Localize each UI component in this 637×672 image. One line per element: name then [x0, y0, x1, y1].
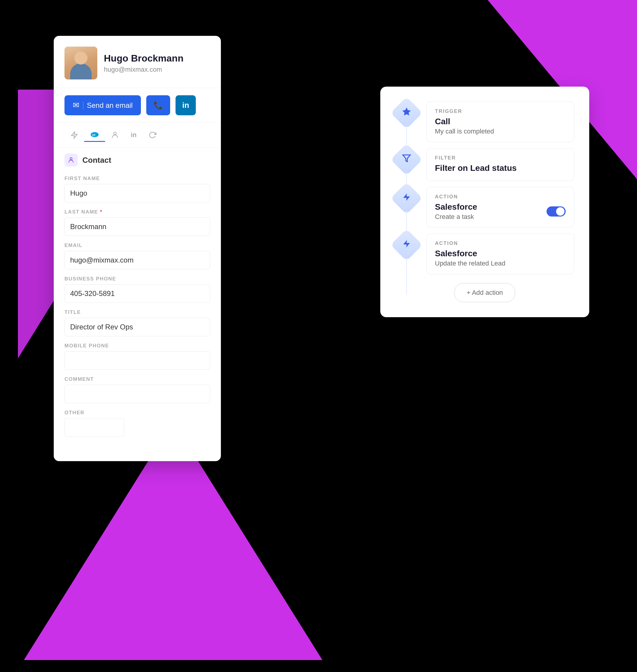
- field-email: EMAIL: [65, 243, 210, 269]
- svg-marker-8: [403, 240, 410, 248]
- linkedin-button[interactable]: in: [176, 95, 196, 115]
- action1-content-row: Salesforce Create a task: [435, 202, 566, 221]
- tab-person[interactable]: [105, 128, 125, 142]
- action1-icon: [402, 193, 411, 204]
- title-input[interactable]: [65, 318, 210, 336]
- tab-linkedin[interactable]: in: [125, 128, 143, 142]
- action-buttons: ✉ Send an email 📞 in: [54, 88, 221, 123]
- avatar: [65, 47, 97, 79]
- filter-content: FILTER Filter on Lead status: [426, 148, 574, 181]
- first-name-input[interactable]: [65, 184, 210, 202]
- send-email-label: Send an email: [87, 101, 132, 110]
- filter-title: Filter on Lead status: [435, 163, 566, 173]
- field-mobile-phone: MOBILE PHONE: [65, 343, 210, 370]
- send-email-button[interactable]: ✉ Send an email: [65, 95, 141, 115]
- comment-label: COMMENT: [65, 376, 210, 382]
- contact-card: Hugo Brockmann hugo@mixmax.com ✉ Send an…: [54, 36, 221, 461]
- action1-text: Salesforce Create a task: [435, 202, 477, 221]
- action2-icon: [402, 239, 411, 251]
- action1-icon-wrapper: [390, 182, 422, 214]
- comment-input[interactable]: [65, 385, 210, 403]
- tab-lightning[interactable]: [65, 128, 84, 142]
- form-section: FIRST NAME LAST NAME * EMAIL BUSINESS PH…: [54, 170, 221, 449]
- svg-marker-5: [402, 107, 411, 116]
- phone-button[interactable]: 📞: [146, 95, 170, 115]
- contact-header: Hugo Brockmann hugo@mixmax.com: [54, 36, 221, 88]
- field-other: OTHER: [65, 410, 210, 437]
- svg-point-4: [70, 158, 72, 160]
- other-label: OTHER: [65, 410, 210, 416]
- business-phone-label: BUSINESS PHONE: [65, 276, 210, 282]
- field-title: TITLE: [65, 310, 210, 336]
- field-last-name: LAST NAME *: [65, 209, 210, 236]
- filter-type-label: FILTER: [435, 155, 566, 161]
- tab-salesforce[interactable]: SF: [84, 128, 105, 142]
- action1-subtitle: Create a task: [435, 213, 477, 221]
- contact-name: Hugo Brockmann: [104, 53, 184, 64]
- workflow-filter-item: FILTER Filter on Lead status: [395, 148, 574, 181]
- field-comment: COMMENT: [65, 376, 210, 403]
- linkedin-icon: in: [182, 101, 189, 110]
- action2-content: ACTION Salesforce Update the related Lea…: [426, 233, 574, 274]
- section-title: Contact: [83, 156, 111, 165]
- action2-subtitle: Update the related Lead: [435, 260, 566, 267]
- trigger-icon-wrapper: [390, 97, 422, 129]
- workflow-card: TRIGGER Call My call is completed FILTER…: [380, 87, 589, 317]
- mobile-phone-input[interactable]: [65, 351, 210, 370]
- svg-marker-7: [403, 194, 410, 201]
- trigger-title: Call: [435, 117, 566, 126]
- email-label: EMAIL: [65, 243, 210, 248]
- email-icon: ✉: [73, 101, 79, 110]
- trigger-icon: [401, 107, 412, 119]
- action2-title: Salesforce: [435, 249, 566, 258]
- section-header: Contact: [54, 147, 221, 170]
- last-name-label: LAST NAME *: [65, 209, 210, 215]
- contact-name-section: Hugo Brockmann hugo@mixmax.com: [104, 53, 184, 73]
- svg-text:SF: SF: [92, 133, 95, 136]
- filter-icon: [402, 154, 411, 165]
- filter-icon-wrapper: [390, 143, 422, 175]
- action1-toggle[interactable]: [547, 206, 566, 216]
- toggle-knob: [556, 207, 564, 216]
- svg-marker-6: [403, 155, 411, 162]
- action1-type-label: ACTION: [435, 194, 566, 200]
- mobile-phone-label: MOBILE PHONE: [65, 343, 210, 349]
- first-name-label: FIRST NAME: [65, 176, 210, 181]
- contact-email: hugo@mixmax.com: [104, 66, 184, 73]
- trigger-subtitle: My call is completed: [435, 127, 566, 135]
- section-icon: [65, 154, 78, 167]
- business-phone-input[interactable]: [65, 284, 210, 303]
- svg-point-3: [114, 132, 116, 135]
- trigger-type-label: TRIGGER: [435, 108, 566, 114]
- action1-content: ACTION Salesforce Create a task: [426, 187, 574, 228]
- action2-type-label: ACTION: [435, 241, 566, 246]
- title-label: TITLE: [65, 310, 210, 315]
- action1-title: Salesforce: [435, 202, 477, 212]
- other-input[interactable]: [65, 418, 124, 437]
- field-business-phone: BUSINESS PHONE: [65, 276, 210, 303]
- workflow-trigger-item: TRIGGER Call My call is completed: [395, 102, 574, 142]
- tab-refresh[interactable]: [143, 128, 162, 142]
- svg-marker-0: [71, 132, 77, 138]
- add-action-button[interactable]: + Add action: [454, 283, 515, 302]
- field-first-name: FIRST NAME: [65, 176, 210, 202]
- trigger-content: TRIGGER Call My call is completed: [426, 102, 574, 142]
- add-action-label: + Add action: [467, 289, 503, 297]
- last-name-input[interactable]: [65, 217, 210, 236]
- workflow-action1-item: ACTION Salesforce Create a task: [395, 187, 574, 228]
- email-input[interactable]: [65, 251, 210, 269]
- workflow-action2-item: ACTION Salesforce Update the related Lea…: [395, 233, 574, 274]
- tab-navigation: SF in: [54, 123, 221, 147]
- phone-icon: 📞: [153, 101, 163, 110]
- action2-icon-wrapper: [390, 229, 422, 261]
